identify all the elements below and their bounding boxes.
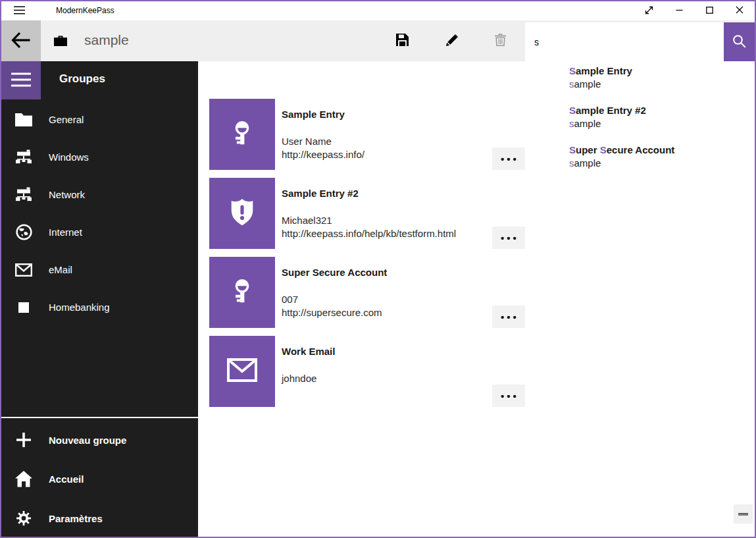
entry-title[interactable]: Super Secure Account: [282, 266, 387, 279]
searchbox: [525, 22, 755, 61]
search-button[interactable]: [724, 22, 755, 61]
entry-icon-tile[interactable]: [209, 99, 275, 170]
entry-more-button[interactable]: •••: [492, 227, 525, 249]
suggestion-subtitle: sample: [569, 78, 632, 91]
suggestion-subtitle: sample: [569, 157, 674, 170]
suggestion-title: Sample Entry: [569, 65, 632, 78]
search-suggestions-flyout: Sample Entry sample Sample Entry #2 samp…: [525, 61, 755, 188]
entry-username: Michael321: [282, 214, 332, 227]
entry-more-button[interactable]: •••: [492, 385, 525, 407]
suggestion-item[interactable]: Sample Entry #2 sample: [569, 104, 646, 130]
entry-icon-tile[interactable]: [209, 178, 275, 249]
back-button[interactable]: [1, 20, 41, 61]
minimize-icon: [676, 6, 683, 16]
ellipsis-icon: •••: [498, 232, 519, 244]
gear-icon: [14, 509, 33, 527]
suggestion-item[interactable]: Sample Entry sample: [569, 65, 632, 91]
app-window: ModernKeePass: [0, 0, 756, 538]
groups-heading: Groupes: [59, 72, 105, 86]
network-icon: [14, 186, 33, 204]
edit-button[interactable]: [436, 20, 468, 61]
entry-title[interactable]: Sample Entry: [282, 108, 345, 121]
key-icon: [227, 276, 257, 309]
titlebar-hamburger-button[interactable]: [11, 1, 28, 20]
entry-title[interactable]: Work Email: [282, 345, 335, 358]
entry-icon-tile[interactable]: [209, 336, 275, 407]
save-button[interactable]: [386, 20, 418, 61]
ellipsis-icon: •••: [498, 153, 519, 165]
sidebar-item-email[interactable]: eMail: [1, 251, 198, 288]
home-icon: [14, 470, 33, 488]
suggestion-subtitle: sample: [569, 117, 646, 130]
network-icon: [14, 148, 33, 167]
briefcase-icon: [54, 36, 67, 49]
key-icon: [227, 118, 257, 151]
suggestion-title: Super Secure Account: [569, 144, 674, 157]
maximize-icon: [706, 6, 713, 16]
sidebar-item-network[interactable]: Network: [1, 176, 198, 213]
sidebar-item-general[interactable]: General: [1, 101, 198, 138]
enter-fullscreen-button[interactable]: [634, 1, 664, 20]
suggestion-title: Sample Entry #2: [569, 104, 646, 117]
search-icon: [732, 34, 746, 50]
entry-username: User Name: [282, 135, 332, 148]
hamburger-icon: [11, 72, 31, 89]
delete-trash-icon: [495, 34, 506, 48]
ellipsis-icon: •••: [498, 311, 519, 323]
zoom-out-button[interactable]: [734, 504, 753, 524]
entry-username: 007: [282, 293, 298, 306]
titlebar: ModernKeePass: [1, 1, 755, 20]
entry-more-button[interactable]: •••: [492, 306, 525, 328]
entry-url: http://keepass.info/help/kb/testform.htm…: [282, 227, 456, 240]
edit-pencil-icon: [446, 34, 459, 48]
sidebar-item-new-group[interactable]: Nouveau groupe: [1, 421, 198, 459]
sidebar-item-home[interactable]: Accueil: [1, 460, 198, 498]
envelope-icon: [14, 261, 33, 279]
folder-icon: [14, 111, 33, 129]
close-icon: [736, 6, 743, 16]
window-controls: [634, 1, 755, 20]
sidebar-item-homebanking[interactable]: Homebanking: [1, 288, 198, 326]
hamburger-icon: [14, 6, 25, 16]
enter-fullscreen-icon: [644, 5, 654, 17]
entry-url: http://keepass.info/: [282, 148, 365, 161]
entry-title[interactable]: Sample Entry #2: [282, 187, 359, 200]
envelope-icon: [227, 358, 257, 385]
entry-more-button[interactable]: •••: [492, 148, 525, 170]
entry-url: http://supersecure.com: [282, 306, 382, 319]
sidebar-separator: [1, 417, 198, 418]
sidebar-hamburger-button[interactable]: [1, 61, 41, 99]
save-icon: [396, 34, 409, 48]
page-title: sample: [84, 20, 129, 61]
entry-username: johndoe: [282, 372, 316, 385]
square-icon: [14, 298, 33, 317]
ellipsis-icon: •••: [498, 390, 519, 402]
back-arrow-icon: [11, 32, 31, 51]
plus-icon: [14, 431, 33, 449]
shield-warning-icon: [227, 197, 257, 230]
maximize-button[interactable]: [694, 1, 724, 20]
entry-icon-tile[interactable]: [209, 257, 275, 328]
sidebar-item-internet[interactable]: Internet: [1, 213, 198, 251]
globe-icon: [14, 223, 33, 242]
minus-icon: [738, 513, 748, 516]
app-title: ModernKeePass: [56, 1, 114, 20]
sidebar: Groupes General Windows Network Internet: [1, 61, 198, 537]
delete-button[interactable]: [484, 20, 516, 61]
close-button[interactable]: [724, 1, 755, 20]
search-input[interactable]: [525, 22, 724, 61]
suggestion-item[interactable]: Super Secure Account sample: [569, 144, 674, 170]
app-command-bar: sample: [1, 20, 755, 61]
sidebar-item-windows[interactable]: Windows: [1, 138, 198, 176]
sidebar-item-settings[interactable]: Paramètres: [1, 499, 198, 537]
minimize-button[interactable]: [664, 1, 694, 20]
